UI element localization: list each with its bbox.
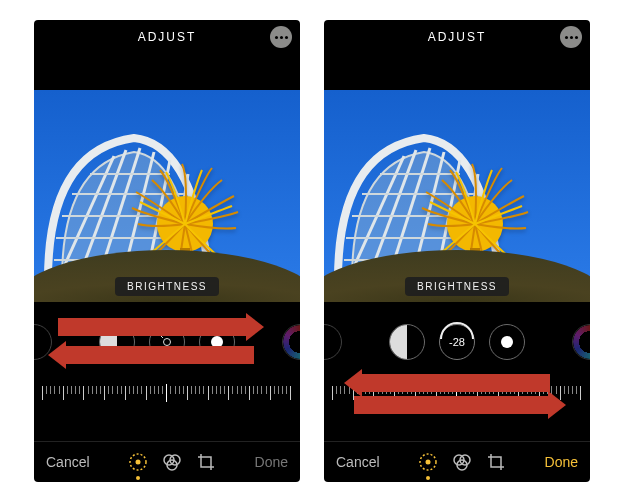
bottom-bar: Cancel Done xyxy=(324,441,590,482)
annotation-arrow-right xyxy=(58,318,248,336)
mode-tools xyxy=(418,452,506,472)
cancel-button[interactable]: Cancel xyxy=(46,454,90,470)
dial-color-icon[interactable] xyxy=(572,324,590,360)
adjust-mode-icon[interactable] xyxy=(128,452,148,472)
annotation-arrow-left xyxy=(360,374,550,392)
phone-left: ADJUST xyxy=(34,20,300,482)
filters-mode-icon[interactable] xyxy=(162,452,182,472)
dial-black-point-icon[interactable] xyxy=(489,324,525,360)
filters-mode-icon[interactable] xyxy=(452,452,472,472)
screen-title: ADJUST xyxy=(428,30,487,44)
value-slider[interactable] xyxy=(332,376,582,410)
dial-color-icon[interactable] xyxy=(282,324,300,360)
adjustment-name-label: BRIGHTNESS xyxy=(115,277,219,296)
dial-contrast-icon[interactable] xyxy=(389,324,425,360)
photo-preview: BRIGHTNESS xyxy=(34,90,300,302)
cancel-button[interactable]: Cancel xyxy=(336,454,380,470)
selected-indicator-dot xyxy=(426,476,430,480)
value-arc-icon xyxy=(438,320,476,342)
bottom-bar: Cancel Done xyxy=(34,441,300,482)
done-button[interactable]: Done xyxy=(545,454,578,470)
adjust-mode-icon[interactable] xyxy=(418,452,438,472)
selected-indicator-dot xyxy=(136,476,140,480)
crop-mode-icon[interactable] xyxy=(486,452,506,472)
top-bar: ADJUST xyxy=(34,20,300,54)
adjustment-dial-row[interactable]: -28 xyxy=(324,310,590,374)
crop-mode-icon[interactable] xyxy=(196,452,216,472)
adjustment-dial-row[interactable] xyxy=(34,310,300,374)
dial-brightness-value[interactable]: -28 xyxy=(439,324,475,360)
svg-point-32 xyxy=(426,460,431,465)
screen-title: ADJUST xyxy=(138,30,197,44)
phone-right: ADJUST xyxy=(324,20,590,482)
annotation-arrow-right xyxy=(354,396,550,414)
top-bar: ADJUST xyxy=(324,20,590,54)
more-button[interactable] xyxy=(270,26,292,48)
svg-point-14 xyxy=(136,460,141,465)
done-button[interactable]: Done xyxy=(255,454,288,470)
dial-exposure-icon[interactable] xyxy=(324,324,342,360)
mode-tools xyxy=(128,452,216,472)
value-slider[interactable] xyxy=(42,376,292,410)
more-button[interactable] xyxy=(560,26,582,48)
photo-preview: BRIGHTNESS xyxy=(324,90,590,302)
adjustment-name-label: BRIGHTNESS xyxy=(405,277,509,296)
annotation-arrow-left xyxy=(64,346,254,364)
